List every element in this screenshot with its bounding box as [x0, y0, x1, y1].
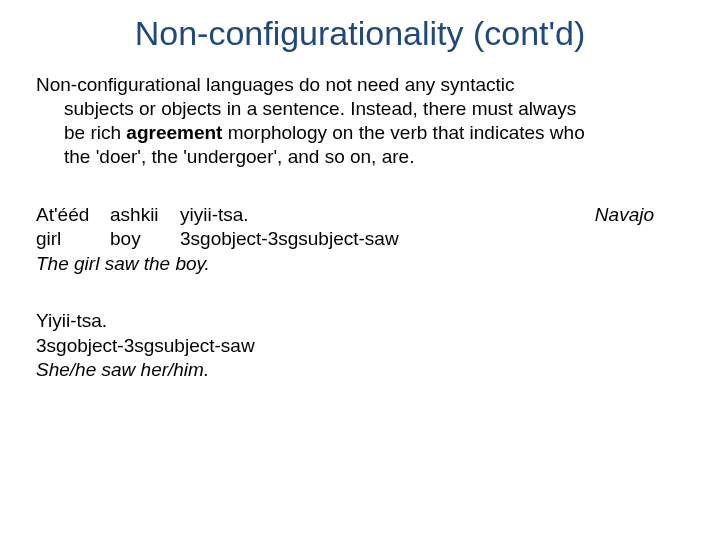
- example-1: At'éédashkiiyiyii-tsa. girlboy3sgobject-…: [36, 203, 684, 277]
- intro-line-1: Non-configurational languages do not nee…: [36, 73, 684, 97]
- intro-paragraph: Non-configurational languages do not nee…: [36, 73, 684, 169]
- example-2: Yiyii-tsa. 3sgobject-3sgsubject-saw She/…: [36, 309, 684, 383]
- example-1-translation: The girl saw the boy.: [36, 252, 595, 277]
- intro-line-3: be rich agreement morphology on the verb…: [36, 121, 684, 145]
- example-1-source: At'éédashkiiyiyii-tsa.: [36, 203, 595, 228]
- language-label: Navajo: [595, 203, 684, 228]
- example-2-translation: She/he saw her/him.: [36, 358, 684, 383]
- agreement-bold: agreement: [126, 122, 222, 143]
- intro-line-4: the 'doer', the 'undergoer', and so on, …: [36, 145, 684, 169]
- example-2-source: Yiyii-tsa.: [36, 309, 684, 334]
- page-title: Non-configurationality (cont'd): [36, 14, 684, 53]
- example-1-gloss: girlboy3sgobject-3sgsubject-saw: [36, 227, 595, 252]
- intro-line-2: subjects or objects in a sentence. Inste…: [36, 97, 684, 121]
- slide: Non-configurationality (cont'd) Non-conf…: [0, 0, 720, 540]
- example-2-gloss: 3sgobject-3sgsubject-saw: [36, 334, 684, 359]
